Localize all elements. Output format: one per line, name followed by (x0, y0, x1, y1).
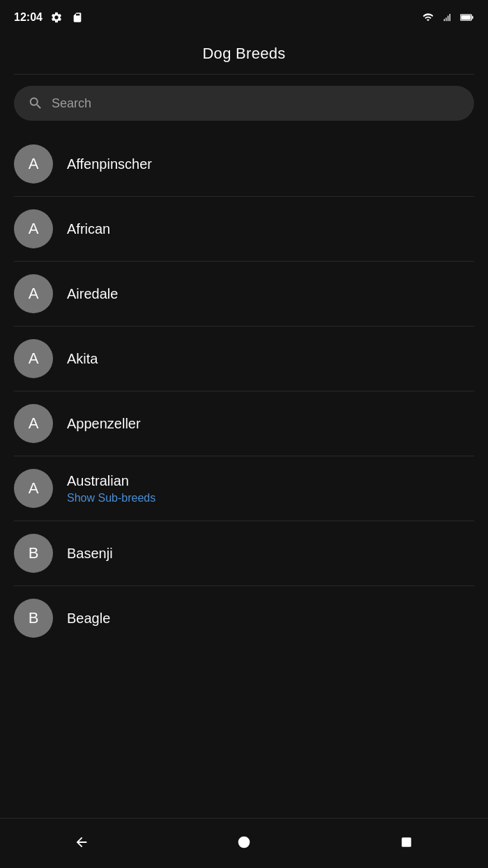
sd-card-icon (70, 10, 84, 24)
breed-name: Beagle (67, 611, 110, 627)
gear-icon (49, 10, 63, 24)
svg-rect-1 (472, 16, 473, 19)
list-item[interactable]: BBeagle (0, 586, 488, 650)
breed-avatar: A (14, 144, 53, 184)
breed-avatar: A (14, 469, 53, 508)
status-time: 12:04 (14, 11, 43, 24)
wifi-icon (421, 10, 435, 24)
breed-name: Appenzeller (67, 416, 141, 432)
list-item[interactable]: AAiredale (0, 262, 488, 326)
list-item[interactable]: AAfrican (0, 197, 488, 261)
breed-info: Airedale (67, 286, 118, 302)
app-bar: Dog Breeds (0, 33, 488, 74)
breed-info: Affenpinscher (67, 156, 152, 172)
breed-name: Basenji (67, 546, 113, 562)
home-button[interactable] (223, 828, 265, 856)
back-button[interactable] (61, 828, 102, 856)
list-item[interactable]: BBasenji (0, 521, 488, 585)
list-item[interactable]: AAffenpinscher (0, 132, 488, 196)
page-title: Dog Breeds (202, 45, 285, 63)
show-sub-breeds-link[interactable]: Show Sub-breeds (67, 492, 155, 504)
status-bar: 12:04 (0, 0, 488, 33)
list-item[interactable]: AAustralianShow Sub-breeds (0, 456, 488, 521)
status-bar-left: 12:04 (14, 10, 84, 24)
svg-point-3 (238, 836, 250, 848)
breed-avatar: A (14, 274, 53, 313)
breed-avatar: A (14, 209, 53, 248)
breed-info: Akita (67, 351, 98, 367)
breed-info: AustralianShow Sub-breeds (67, 473, 155, 504)
breed-avatar: B (14, 599, 53, 638)
breed-name: Airedale (67, 286, 118, 302)
breed-name: Affenpinscher (67, 156, 152, 172)
recents-button[interactable] (386, 828, 427, 856)
breed-avatar: A (14, 339, 53, 378)
breed-info: African (67, 221, 110, 237)
search-placeholder: Search (52, 96, 91, 111)
breed-name: Akita (67, 351, 98, 367)
breed-name: Australian (67, 473, 155, 489)
breed-info: Basenji (67, 546, 113, 562)
battery-icon (460, 10, 474, 24)
breed-info: Beagle (67, 611, 110, 627)
breed-list: AAffenpinscherAAfricanAAiredaleAAkitaAAp… (0, 132, 488, 818)
svg-rect-4 (402, 837, 412, 847)
search-box[interactable]: Search (14, 86, 474, 121)
breed-name: African (67, 221, 110, 237)
list-item[interactable]: AAkita (0, 327, 488, 391)
signal-icon (441, 10, 455, 24)
search-container: Search (0, 75, 488, 132)
navigation-bar (0, 818, 488, 868)
status-bar-right (421, 10, 474, 24)
breed-avatar: A (14, 404, 53, 443)
breed-info: Appenzeller (67, 416, 141, 432)
breed-avatar: B (14, 534, 53, 573)
svg-rect-2 (461, 15, 471, 20)
list-item[interactable]: AAppenzeller (0, 391, 488, 456)
